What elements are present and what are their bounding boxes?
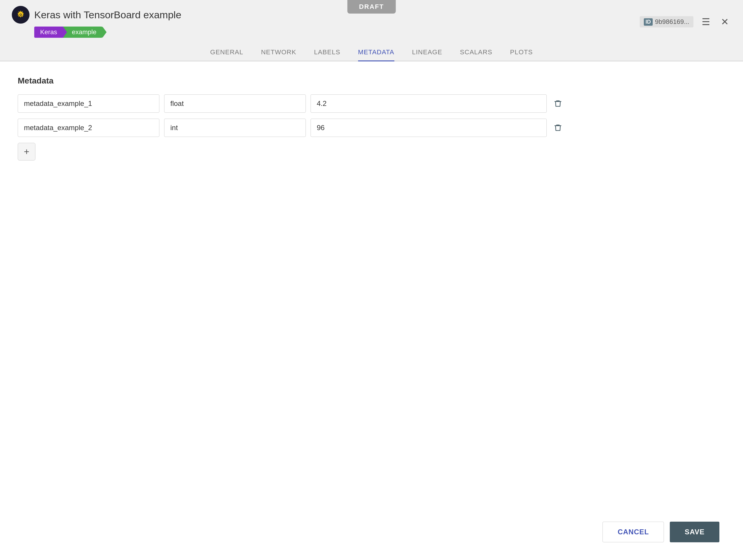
title-row: Keras with TensorBoard example [12,6,640,24]
metadata-type-2[interactable] [164,119,306,137]
menu-icon[interactable]: ☰ [699,14,712,30]
metadata-value-1[interactable] [311,94,547,113]
metadata-row-2 [18,119,725,137]
close-icon[interactable]: ✕ [718,14,731,30]
delete-row-1-button[interactable] [552,97,564,110]
add-icon: + [24,146,30,157]
tab-metadata[interactable]: METADATA [358,44,394,61]
metadata-key-2[interactable] [18,119,160,137]
cancel-button[interactable]: CANCEL [603,522,664,542]
tab-network[interactable]: NETWORK [261,44,296,61]
gear-icon [12,6,30,24]
app-title: Keras with TensorBoard example [34,9,181,21]
metadata-value-2[interactable] [311,119,547,137]
draft-banner: DRAFT [347,0,396,13]
draft-label: DRAFT [359,3,384,10]
save-button[interactable]: SAVE [670,522,719,542]
metadata-row-1 [18,94,725,113]
svg-point-2 [20,14,21,16]
id-label: ID [644,18,653,26]
header-actions: ID 9b986169... ☰ ✕ [640,14,731,30]
footer-actions: CANCEL SAVE [603,522,719,542]
metadata-key-1[interactable] [18,94,160,113]
breadcrumb-keras[interactable]: Keras [34,27,63,38]
tab-general[interactable]: GENERAL [210,44,243,61]
section-title: Metadata [18,76,725,86]
add-metadata-button[interactable]: + [18,143,35,160]
id-value: 9b986169... [655,18,689,26]
content-area: Metadata + [0,61,743,560]
tab-plots[interactable]: PLOTS [510,44,533,61]
tab-labels[interactable]: LABELS [314,44,340,61]
breadcrumb-row: Keras example [34,27,640,38]
tab-lineage[interactable]: LINEAGE [412,44,442,61]
tab-scalars[interactable]: SCALARS [460,44,492,61]
metadata-type-1[interactable] [164,94,306,113]
id-badge: ID 9b986169... [640,16,693,28]
main-container: DRAFT Keras with TensorBoard example Ker… [0,0,743,560]
logo-area: Keras with TensorBoard example Keras exa… [12,6,640,38]
breadcrumb-example[interactable]: example [63,27,102,38]
delete-row-2-button[interactable] [552,121,564,134]
nav-tabs: GENERAL NETWORK LABELS METADATA LINEAGE … [0,44,743,61]
